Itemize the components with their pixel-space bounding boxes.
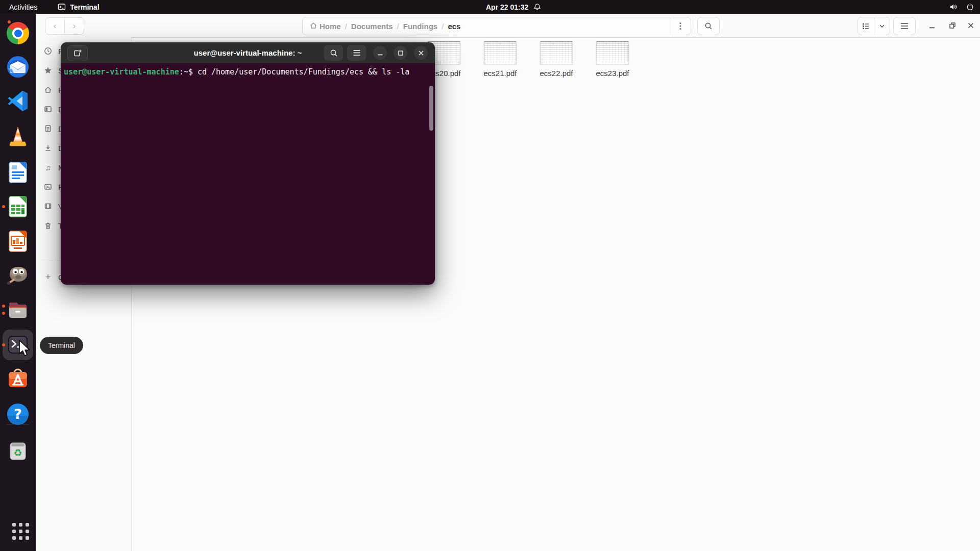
clock-icon [43, 47, 53, 55]
trash-icon: ♻ [6, 439, 30, 463]
dock-item-vscode[interactable] [6, 89, 30, 113]
files-restore-button[interactable] [945, 18, 960, 33]
terminal-scrollbar[interactable] [429, 86, 433, 131]
terminal-maximize-button[interactable] [394, 46, 407, 60]
gimp-icon [6, 261, 30, 286]
terminal-minimize-button[interactable] [373, 46, 387, 60]
picture-icon [43, 183, 53, 191]
dock-item-help[interactable]: ? [6, 402, 30, 427]
dock-item-files[interactable] [6, 298, 30, 322]
forward-button[interactable]: › [64, 18, 84, 34]
music-note-icon: ♫ [43, 163, 53, 172]
dock-item-chrome[interactable] [6, 21, 30, 45]
new-tab-button[interactable] [67, 45, 88, 61]
view-toggle-group [857, 17, 890, 35]
help-icon: ? [6, 402, 30, 427]
dock-divider [7, 424, 29, 424]
star-icon [43, 66, 53, 74]
vlc-icon [6, 124, 30, 149]
clock-text: Apr 22 01:32 [486, 3, 528, 11]
path-bar[interactable]: Home / Documents / Fundings / ecs [302, 17, 691, 35]
desktop-icon [43, 105, 53, 113]
breadcrumb-separator: / [439, 22, 446, 31]
terminal-search-button[interactable] [324, 45, 343, 61]
dock-item-vlc[interactable] [6, 124, 30, 149]
focused-app-indicator[interactable]: Terminal [58, 3, 99, 11]
list-view-button[interactable] [858, 17, 874, 35]
dock-item-thunderbird[interactable] [6, 55, 30, 79]
path-options-kebab-icon[interactable] [670, 17, 691, 35]
vscode-icon [6, 89, 30, 113]
dock-item-calc[interactable] [6, 194, 30, 219]
show-apps-grid-icon [12, 523, 29, 540]
breadcrumb-current[interactable]: ecs [446, 22, 462, 31]
dock-item-impress[interactable] [6, 229, 30, 254]
typed-command: cd /home/user/Documents/Fundings/ecs && … [198, 67, 409, 77]
prompt-path: ~ [184, 67, 188, 77]
terminal-close-button[interactable] [414, 46, 428, 60]
file-item-ecs22[interactable]: ecs22.pdf [531, 41, 582, 78]
download-icon [43, 144, 53, 152]
back-button[interactable]: ‹ [45, 18, 64, 34]
svg-text:♻: ♻ [13, 447, 22, 458]
libreoffice-impress-icon [6, 229, 30, 254]
gnome-top-bar: Activities Terminal Apr 22 01:32 [0, 0, 980, 14]
libreoffice-calc-icon [6, 194, 30, 219]
thunderbird-icon [6, 55, 30, 79]
view-options-chevron-icon[interactable] [874, 17, 890, 35]
svg-text:?: ? [14, 406, 22, 422]
terminal-window: user@user-virtual-machine: ~ user@user-v… [61, 42, 435, 285]
running-dot-files-1 [2, 305, 5, 308]
trash-icon [43, 221, 53, 230]
breadcrumb-documents[interactable]: Documents [349, 22, 395, 31]
file-item-ecs21[interactable]: ecs21.pdf [475, 41, 526, 78]
breadcrumb-home[interactable]: Home [317, 22, 343, 31]
terminal-headerbar[interactable]: user@user-virtual-machine: ~ [61, 42, 435, 63]
terminal-menu-button[interactable] [347, 45, 366, 61]
history-nav: ‹ › [45, 17, 84, 35]
file-item-ecs23[interactable]: ecs23.pdf [587, 41, 638, 78]
breadcrumb-fundings[interactable]: Fundings [401, 22, 440, 31]
activities-button[interactable]: Activities [0, 0, 46, 14]
film-icon [43, 202, 53, 210]
pdf-thumbnail [540, 41, 573, 64]
ubuntu-software-icon [6, 367, 30, 391]
pdf-thumbnail [596, 41, 629, 64]
running-dot-terminal [2, 343, 5, 346]
dock-item-software[interactable] [6, 367, 30, 391]
running-dot-files-2 [2, 312, 5, 315]
dock-item-writer[interactable] [6, 160, 30, 185]
search-button[interactable] [697, 17, 720, 35]
terminal-prompt-line: user@user-virtual-machine:~$ cd /home/us… [64, 67, 432, 77]
terminal-body[interactable]: user@user-virtual-machine:~$ cd /home/us… [61, 63, 435, 285]
files-menu-button[interactable] [893, 17, 916, 35]
dock-item-trash[interactable]: ♻ [6, 439, 30, 463]
home-icon [43, 86, 53, 94]
volume-icon [949, 3, 958, 11]
files-minimize-button[interactable] [925, 18, 939, 33]
mouse-cursor [18, 340, 32, 360]
prompt-user-host: user@user-virtual-machine [64, 67, 179, 77]
clock-menu[interactable]: Apr 22 01:32 [486, 0, 541, 14]
running-dot-calc [2, 205, 5, 208]
pdf-thumbnail [484, 41, 517, 64]
notification-bell-icon [533, 3, 541, 11]
dock: ? ♻ [0, 14, 36, 551]
desktop: ‹ › Home / Documents / Fundings / ecs [0, 0, 980, 551]
dock-tooltip: Terminal [40, 337, 83, 354]
files-icon [6, 298, 30, 322]
files-headerbar: ‹ › Home / Documents / Fundings / ecs [36, 14, 980, 38]
breadcrumb-separator: / [395, 22, 401, 31]
chrome-icon [7, 22, 29, 44]
system-status-area[interactable] [949, 0, 976, 14]
libreoffice-writer-icon [6, 160, 30, 185]
home-icon [309, 21, 317, 31]
files-close-button[interactable] [964, 18, 978, 33]
power-icon [966, 3, 974, 11]
document-icon [43, 124, 53, 133]
terminal-app-icon [58, 3, 66, 11]
show-applications-button[interactable] [6, 519, 30, 544]
plus-icon: + [43, 272, 53, 283]
breadcrumb-separator: / [343, 22, 349, 31]
dock-item-gimp[interactable] [6, 261, 30, 286]
